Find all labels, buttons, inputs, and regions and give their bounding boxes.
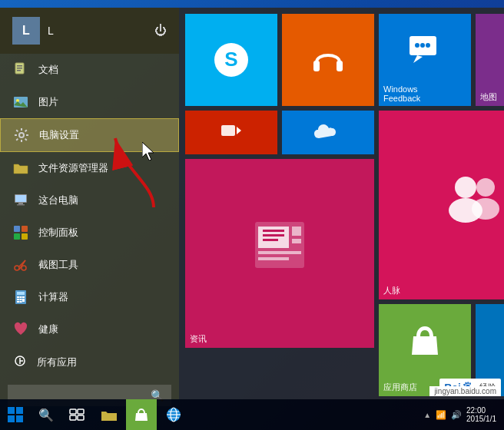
tile-headphones[interactable] [282, 14, 374, 106]
svg-text:S: S [224, 48, 237, 71]
skype-icon-area: S [212, 14, 250, 106]
taskbar-ie[interactable] [158, 399, 189, 430]
menu-item-calculator[interactable]: 计算器 [0, 281, 179, 313]
taskbar: 🔍 [0, 399, 504, 430]
svg-rect-2 [17, 68, 22, 69]
all-apps[interactable]: 所有应用 [0, 346, 179, 379]
svg-rect-20 [17, 292, 25, 295]
scissors-icon [12, 256, 29, 273]
left-panel: L L ⏻ 文档 [0, 8, 179, 399]
svg-rect-21 [17, 296, 19, 298]
tile-news[interactable]: 资讯 [185, 159, 374, 348]
maps-label: 地图 [476, 88, 504, 106]
svg-rect-35 [337, 61, 343, 71]
tile-video[interactable] [185, 111, 277, 154]
gear-icon [13, 127, 30, 144]
all-apps-label: 所有应用 [37, 356, 77, 369]
svg-rect-65 [78, 409, 84, 414]
menu-item-health[interactable]: 健康 [0, 313, 179, 346]
store-icon-area [406, 304, 444, 379]
svg-point-16 [22, 266, 26, 270]
feedback-label: WindowsFeedback [379, 81, 471, 106]
svg-rect-43 [221, 125, 235, 136]
start-menu: L L ⏻ 文档 [0, 8, 492, 399]
task-view-button[interactable] [61, 399, 92, 430]
svg-rect-24 [17, 299, 19, 300]
avatar[interactable]: L [12, 17, 40, 45]
svg-rect-22 [20, 296, 22, 298]
svg-marker-37 [413, 55, 423, 63]
svg-rect-1 [17, 65, 22, 67]
news-icon-area [249, 159, 310, 330]
svg-rect-26 [22, 299, 25, 302]
health-icon [12, 321, 29, 338]
taskbar-search[interactable]: 🔍 [32, 399, 60, 430]
svg-rect-27 [17, 301, 19, 303]
svg-point-48 [472, 198, 499, 220]
menu-item-pc-settings[interactable]: 电脑设置 [0, 118, 179, 152]
menu-item-this-pc[interactable]: 这台电脑 [0, 184, 179, 217]
system-tray: ▲ 📶 🔊 22:002015/1/1 [423, 406, 504, 423]
pictures-label: 图片 [38, 95, 167, 109]
tile-cloud[interactable] [282, 111, 374, 154]
file-icon [12, 61, 29, 78]
svg-rect-64 [70, 409, 76, 414]
tray-icons: ▲ [423, 411, 431, 419]
desktop: L L ⏻ 文档 [0, 0, 504, 430]
taskbar-store[interactable] [126, 399, 157, 430]
menu-item-snipping-tool[interactable]: 截图工具 [0, 249, 179, 281]
svg-rect-23 [22, 296, 25, 298]
health-label: 健康 [38, 322, 167, 336]
svg-rect-62 [8, 415, 15, 422]
menu-item-pictures[interactable]: 图片 [0, 86, 179, 118]
svg-rect-63 [16, 415, 23, 422]
user-header: L L ⏻ [0, 8, 179, 54]
tiles-panel: S [179, 8, 504, 399]
this-pc-label: 这台电脑 [38, 194, 167, 207]
clock: 22:002015/1/1 [466, 406, 496, 423]
all-apps-icon [12, 353, 28, 371]
tile-skype[interactable]: S [185, 14, 277, 106]
svg-rect-8 [15, 195, 26, 202]
svg-point-45 [455, 177, 476, 198]
calculator-label: 计算器 [38, 290, 167, 304]
tile-maps[interactable]: 地图 [476, 14, 504, 106]
svg-rect-54 [258, 257, 289, 260]
network-icon: 📶 [436, 410, 446, 420]
headphones-icon-area [309, 14, 347, 106]
svg-rect-67 [78, 415, 84, 420]
svg-rect-66 [70, 415, 76, 420]
svg-rect-25 [20, 299, 22, 300]
svg-rect-10 [17, 204, 25, 206]
svg-rect-53 [258, 251, 301, 254]
watermark-url: jingyan.baidu.com [429, 386, 501, 396]
cp-icon [12, 224, 29, 241]
svg-rect-14 [22, 233, 28, 240]
svg-marker-44 [237, 127, 241, 134]
menu-item-file-explorer[interactable]: 文件资源管理器 [0, 152, 179, 184]
pc-settings-label: 电脑设置 [39, 128, 166, 142]
power-icon[interactable]: ⏻ [154, 24, 167, 38]
cloud-icon-area [313, 111, 343, 154]
user-info: L L [12, 17, 54, 45]
svg-rect-34 [313, 61, 320, 71]
tile-windows-feedback[interactable]: WindowsFeedback [379, 14, 471, 106]
snipping-tool-label: 截图工具 [38, 258, 167, 272]
svg-point-38 [415, 43, 419, 48]
svg-point-39 [420, 43, 425, 48]
menu-item-documents[interactable]: 文档 [0, 54, 179, 86]
taskbar-file-explorer[interactable] [94, 399, 124, 430]
svg-rect-51 [292, 227, 301, 236]
menu-item-control-panel[interactable]: 控制面板 [0, 217, 179, 249]
video-icon-area [220, 111, 243, 154]
volume-icon: 🔊 [451, 410, 462, 420]
documents-label: 文档 [38, 63, 167, 77]
photo-icon [12, 94, 29, 111]
menu-items: 文档 图片 电脑设置 [0, 54, 179, 346]
news-label: 资讯 [185, 330, 374, 348]
start-button[interactable] [0, 399, 31, 430]
svg-rect-3 [17, 70, 21, 71]
svg-rect-60 [8, 407, 15, 414]
file-explorer-label: 文件资源管理器 [38, 161, 167, 175]
tile-people[interactable]: 人脉 [379, 111, 504, 299]
